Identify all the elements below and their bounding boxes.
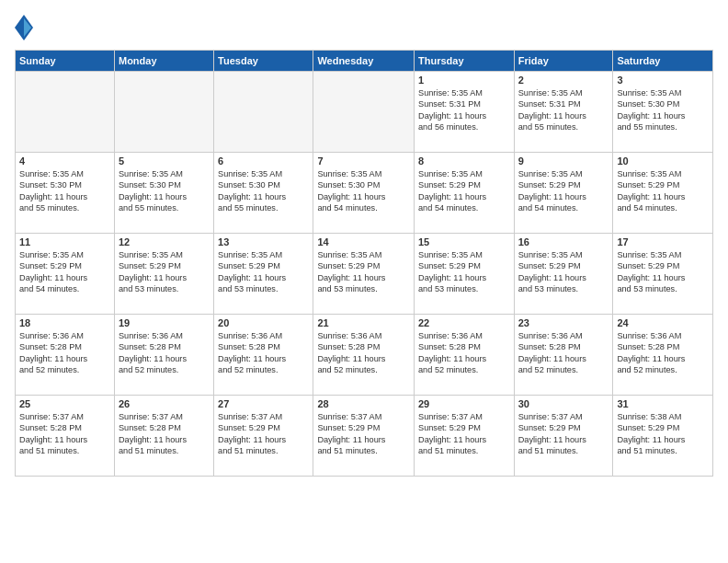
calendar-cell: 21Sunrise: 5:36 AM Sunset: 5:28 PM Dayli… bbox=[313, 315, 415, 396]
day-number: 28 bbox=[317, 398, 410, 409]
day-number: 3 bbox=[617, 75, 709, 86]
day-of-week-monday: Monday bbox=[114, 51, 213, 72]
day-info: Sunrise: 5:36 AM Sunset: 5:28 PM Dayligh… bbox=[317, 330, 410, 376]
day-info: Sunrise: 5:36 AM Sunset: 5:28 PM Dayligh… bbox=[418, 330, 510, 376]
calendar-cell: 15Sunrise: 5:35 AM Sunset: 5:29 PM Dayli… bbox=[415, 234, 515, 315]
day-number: 11 bbox=[19, 236, 110, 247]
calendar-cell: 13Sunrise: 5:35 AM Sunset: 5:29 PM Dayli… bbox=[214, 234, 313, 315]
logo bbox=[15, 15, 37, 40]
day-info: Sunrise: 5:35 AM Sunset: 5:29 PM Dayligh… bbox=[418, 168, 510, 214]
week-row-3: 11Sunrise: 5:35 AM Sunset: 5:29 PM Dayli… bbox=[16, 234, 713, 315]
calendar-table: SundayMondayTuesdayWednesdayThursdayFrid… bbox=[15, 50, 713, 477]
header bbox=[15, 15, 713, 40]
calendar-cell: 5Sunrise: 5:35 AM Sunset: 5:30 PM Daylig… bbox=[114, 153, 213, 234]
week-row-5: 25Sunrise: 5:37 AM Sunset: 5:28 PM Dayli… bbox=[16, 396, 713, 477]
day-info: Sunrise: 5:36 AM Sunset: 5:28 PM Dayligh… bbox=[518, 330, 609, 376]
day-number: 2 bbox=[518, 75, 609, 86]
day-info: Sunrise: 5:36 AM Sunset: 5:28 PM Dayligh… bbox=[617, 330, 709, 376]
calendar-cell bbox=[114, 72, 213, 153]
week-row-4: 18Sunrise: 5:36 AM Sunset: 5:28 PM Dayli… bbox=[16, 315, 713, 396]
day-info: Sunrise: 5:35 AM Sunset: 5:30 PM Dayligh… bbox=[119, 168, 210, 214]
calendar-cell bbox=[16, 72, 115, 153]
day-info: Sunrise: 5:35 AM Sunset: 5:29 PM Dayligh… bbox=[518, 168, 609, 214]
day-of-week-tuesday: Tuesday bbox=[214, 51, 313, 72]
day-number: 19 bbox=[119, 317, 210, 328]
day-number: 25 bbox=[19, 398, 110, 409]
week-row-1: 1Sunrise: 5:35 AM Sunset: 5:31 PM Daylig… bbox=[16, 72, 713, 153]
day-number: 18 bbox=[19, 317, 110, 328]
day-info: Sunrise: 5:37 AM Sunset: 5:29 PM Dayligh… bbox=[418, 411, 510, 457]
calendar-cell bbox=[313, 72, 415, 153]
calendar-cell: 30Sunrise: 5:37 AM Sunset: 5:29 PM Dayli… bbox=[514, 396, 613, 477]
calendar-cell: 3Sunrise: 5:35 AM Sunset: 5:30 PM Daylig… bbox=[613, 72, 713, 153]
day-of-week-thursday: Thursday bbox=[415, 51, 515, 72]
day-info: Sunrise: 5:38 AM Sunset: 5:29 PM Dayligh… bbox=[617, 411, 709, 457]
day-info: Sunrise: 5:36 AM Sunset: 5:28 PM Dayligh… bbox=[19, 330, 110, 376]
days-of-week-row: SundayMondayTuesdayWednesdayThursdayFrid… bbox=[16, 51, 713, 72]
day-info: Sunrise: 5:36 AM Sunset: 5:28 PM Dayligh… bbox=[119, 330, 210, 376]
day-info: Sunrise: 5:35 AM Sunset: 5:29 PM Dayligh… bbox=[518, 249, 609, 295]
calendar-cell: 6Sunrise: 5:35 AM Sunset: 5:30 PM Daylig… bbox=[214, 153, 313, 234]
calendar-cell: 29Sunrise: 5:37 AM Sunset: 5:29 PM Dayli… bbox=[415, 396, 515, 477]
day-number: 9 bbox=[518, 155, 609, 167]
calendar-cell: 20Sunrise: 5:36 AM Sunset: 5:28 PM Dayli… bbox=[214, 315, 313, 396]
day-number: 6 bbox=[218, 155, 309, 167]
calendar-cell: 4Sunrise: 5:35 AM Sunset: 5:30 PM Daylig… bbox=[16, 153, 115, 234]
calendar-body: 1Sunrise: 5:35 AM Sunset: 5:31 PM Daylig… bbox=[16, 72, 713, 477]
day-info: Sunrise: 5:35 AM Sunset: 5:29 PM Dayligh… bbox=[218, 249, 309, 295]
calendar-cell bbox=[214, 72, 313, 153]
day-info: Sunrise: 5:35 AM Sunset: 5:29 PM Dayligh… bbox=[317, 249, 410, 295]
calendar-cell: 9Sunrise: 5:35 AM Sunset: 5:29 PM Daylig… bbox=[514, 153, 613, 234]
day-number: 7 bbox=[317, 155, 410, 167]
week-row-2: 4Sunrise: 5:35 AM Sunset: 5:30 PM Daylig… bbox=[16, 153, 713, 234]
day-of-week-sunday: Sunday bbox=[16, 51, 115, 72]
day-info: Sunrise: 5:37 AM Sunset: 5:29 PM Dayligh… bbox=[218, 411, 309, 457]
calendar-cell: 16Sunrise: 5:35 AM Sunset: 5:29 PM Dayli… bbox=[514, 234, 613, 315]
day-number: 21 bbox=[317, 317, 410, 328]
logo-icon bbox=[15, 15, 33, 40]
calendar-cell: 26Sunrise: 5:37 AM Sunset: 5:28 PM Dayli… bbox=[114, 396, 213, 477]
day-number: 4 bbox=[19, 155, 110, 167]
calendar-cell: 11Sunrise: 5:35 AM Sunset: 5:29 PM Dayli… bbox=[16, 234, 115, 315]
day-of-week-wednesday: Wednesday bbox=[313, 51, 415, 72]
day-info: Sunrise: 5:37 AM Sunset: 5:28 PM Dayligh… bbox=[119, 411, 210, 457]
calendar-cell: 2Sunrise: 5:35 AM Sunset: 5:31 PM Daylig… bbox=[514, 72, 613, 153]
day-number: 8 bbox=[418, 155, 510, 167]
day-info: Sunrise: 5:35 AM Sunset: 5:30 PM Dayligh… bbox=[218, 168, 309, 214]
day-number: 1 bbox=[418, 75, 510, 86]
calendar-cell: 23Sunrise: 5:36 AM Sunset: 5:28 PM Dayli… bbox=[514, 315, 613, 396]
day-number: 10 bbox=[617, 155, 709, 167]
day-of-week-saturday: Saturday bbox=[613, 51, 713, 72]
day-info: Sunrise: 5:35 AM Sunset: 5:30 PM Dayligh… bbox=[617, 87, 709, 133]
day-info: Sunrise: 5:35 AM Sunset: 5:30 PM Dayligh… bbox=[19, 168, 110, 214]
calendar-cell: 22Sunrise: 5:36 AM Sunset: 5:28 PM Dayli… bbox=[415, 315, 515, 396]
calendar-cell: 1Sunrise: 5:35 AM Sunset: 5:31 PM Daylig… bbox=[415, 72, 515, 153]
calendar-cell: 27Sunrise: 5:37 AM Sunset: 5:29 PM Dayli… bbox=[214, 396, 313, 477]
calendar-cell: 8Sunrise: 5:35 AM Sunset: 5:29 PM Daylig… bbox=[415, 153, 515, 234]
day-of-week-friday: Friday bbox=[514, 51, 613, 72]
calendar-cell: 14Sunrise: 5:35 AM Sunset: 5:29 PM Dayli… bbox=[313, 234, 415, 315]
day-number: 12 bbox=[119, 236, 210, 247]
calendar-cell: 17Sunrise: 5:35 AM Sunset: 5:29 PM Dayli… bbox=[613, 234, 713, 315]
calendar-cell: 19Sunrise: 5:36 AM Sunset: 5:28 PM Dayli… bbox=[114, 315, 213, 396]
calendar-cell: 24Sunrise: 5:36 AM Sunset: 5:28 PM Dayli… bbox=[613, 315, 713, 396]
calendar-cell: 25Sunrise: 5:37 AM Sunset: 5:28 PM Dayli… bbox=[16, 396, 115, 477]
calendar-cell: 31Sunrise: 5:38 AM Sunset: 5:29 PM Dayli… bbox=[613, 396, 713, 477]
day-info: Sunrise: 5:35 AM Sunset: 5:29 PM Dayligh… bbox=[19, 249, 110, 295]
day-info: Sunrise: 5:35 AM Sunset: 5:31 PM Dayligh… bbox=[418, 87, 510, 133]
day-info: Sunrise: 5:36 AM Sunset: 5:28 PM Dayligh… bbox=[218, 330, 309, 376]
day-info: Sunrise: 5:37 AM Sunset: 5:28 PM Dayligh… bbox=[19, 411, 110, 457]
day-number: 24 bbox=[617, 317, 709, 328]
day-number: 20 bbox=[218, 317, 309, 328]
page: SundayMondayTuesdayWednesdayThursdayFrid… bbox=[0, 0, 728, 563]
calendar-header: SundayMondayTuesdayWednesdayThursdayFrid… bbox=[16, 51, 713, 72]
day-number: 16 bbox=[518, 236, 609, 247]
day-info: Sunrise: 5:35 AM Sunset: 5:29 PM Dayligh… bbox=[119, 249, 210, 295]
day-info: Sunrise: 5:35 AM Sunset: 5:31 PM Dayligh… bbox=[518, 87, 609, 133]
day-number: 29 bbox=[418, 398, 510, 409]
day-info: Sunrise: 5:35 AM Sunset: 5:29 PM Dayligh… bbox=[617, 168, 709, 214]
day-number: 30 bbox=[518, 398, 609, 409]
calendar-cell: 28Sunrise: 5:37 AM Sunset: 5:29 PM Dayli… bbox=[313, 396, 415, 477]
day-info: Sunrise: 5:35 AM Sunset: 5:29 PM Dayligh… bbox=[617, 249, 709, 295]
day-number: 22 bbox=[418, 317, 510, 328]
